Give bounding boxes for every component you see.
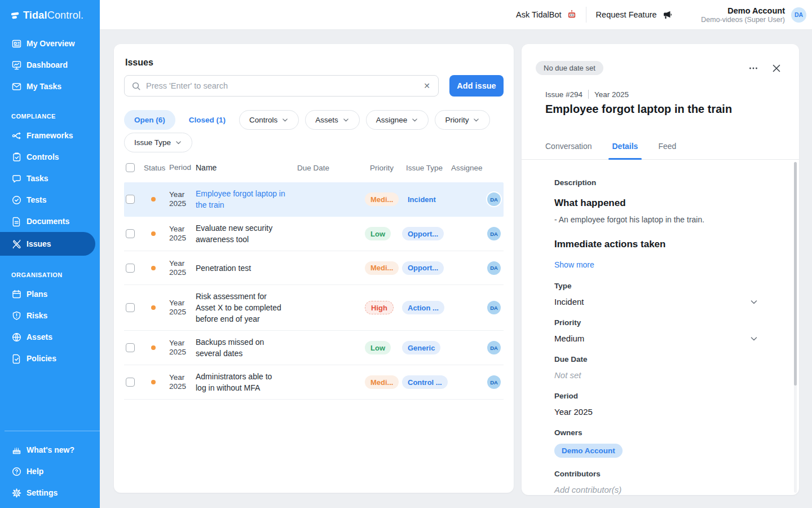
assignee-avatar[interactable]: DA: [487, 227, 501, 240]
row-period: Year 2025: [169, 299, 196, 317]
add-issue-button[interactable]: Add issue: [449, 75, 504, 97]
filter-open-6[interactable]: Open (6): [124, 110, 175, 130]
sidebar-item-frameworks[interactable]: Frameworks: [0, 125, 100, 146]
assignee-avatar[interactable]: DA: [487, 301, 501, 314]
due-date-badge: No due date set: [536, 61, 603, 75]
filter-assignee[interactable]: Assignee: [366, 110, 429, 130]
filter-closed-1[interactable]: Closed (1): [182, 110, 233, 130]
row-name[interactable]: Risk assessment for Asset X to be comple…: [196, 291, 297, 325]
row-name[interactable]: Administrators able to log in without MF…: [196, 371, 297, 393]
sidebar-item-label: Documents: [27, 217, 69, 226]
account-menu[interactable]: Demo Account Demo-videos (Super User) DA: [701, 6, 806, 24]
chat-icon: [11, 173, 22, 184]
field-value-row[interactable]: Medium: [554, 334, 758, 343]
row-checkbox[interactable]: [126, 378, 135, 387]
tab-conversation[interactable]: Conversation: [545, 142, 592, 159]
search-input[interactable]: [146, 81, 417, 90]
sidebar-item-controls[interactable]: Controls: [0, 146, 100, 168]
filter-label: Priority: [445, 116, 469, 124]
calendar-icon: [11, 289, 22, 300]
issue-row[interactable]: Year 2025Employee forgot laptop in the t…: [124, 182, 504, 217]
select-all-checkbox[interactable]: [126, 163, 135, 172]
row-name[interactable]: Evaluate new security awareness tool: [196, 222, 297, 245]
issue-title: Employee forgot laptop in the train: [522, 99, 799, 116]
more-options-icon[interactable]: [748, 63, 758, 73]
assignee-avatar[interactable]: DA: [487, 375, 501, 389]
chevron-down-icon: [411, 116, 418, 124]
request-feature-button[interactable]: Request Feature: [596, 10, 673, 20]
issue-row[interactable]: Year 2025Risk assessment for Asset X to …: [124, 285, 504, 331]
column-header-priority: Priority: [365, 164, 402, 172]
chevron-down-icon: [175, 139, 182, 146]
issue-type-badge: Control ...: [402, 375, 448, 389]
field-label: Period: [554, 392, 758, 400]
show-more-link[interactable]: Show more: [554, 260, 594, 269]
sidebar-item-tests[interactable]: Tests: [0, 189, 100, 211]
filter-controls[interactable]: Controls: [239, 110, 299, 130]
sidebar-item-label: Tests: [27, 195, 47, 204]
filter-assets[interactable]: Assets: [305, 110, 360, 130]
sidebar-divider: [5, 431, 100, 431]
row-name[interactable]: Employee forgot laptop in the train: [196, 188, 297, 211]
chevron-down-icon: [473, 116, 480, 124]
sidebar-item-help[interactable]: Help: [0, 461, 100, 482]
row-checkbox[interactable]: [126, 343, 135, 352]
description-heading: Immediate actions taken: [554, 239, 758, 250]
help-icon: [11, 466, 22, 477]
row-checkbox[interactable]: [126, 264, 135, 273]
priority-badge: Medi...: [365, 261, 399, 275]
sidebar-item-documents[interactable]: Documents: [0, 211, 100, 232]
robot-icon: [567, 10, 577, 20]
sidebar-item-label: Help: [27, 467, 43, 476]
issues-search: ✕: [124, 75, 439, 97]
sidebar-item-dashboard[interactable]: Dashboard: [0, 54, 100, 76]
filter-issue-type[interactable]: Issue Type: [124, 133, 192, 152]
account-avatar[interactable]: DA: [791, 7, 806, 23]
sidebar-section-title: ORGANISATION: [0, 256, 100, 283]
filter-label: Controls: [249, 116, 277, 124]
close-icon[interactable]: [772, 64, 781, 73]
sidebar-item-my-overview[interactable]: My Overview: [0, 33, 100, 54]
row-checkbox[interactable]: [126, 229, 135, 238]
sidebar-item-label: My Tasks: [27, 82, 61, 91]
filter-priority[interactable]: Priority: [435, 110, 490, 130]
field-value-row[interactable]: Incident: [554, 297, 758, 306]
sidebar-item-assets[interactable]: Assets: [0, 326, 100, 348]
row-name[interactable]: Backups missed on several dates: [196, 336, 297, 359]
assignee-avatar[interactable]: DA: [487, 261, 501, 275]
badge-check-icon: [11, 195, 22, 205]
sidebar-item-issues[interactable]: Issues: [0, 232, 95, 256]
sidebar-item-policies[interactable]: Policies: [0, 348, 100, 369]
tab-details[interactable]: Details: [612, 142, 638, 159]
issue-row[interactable]: Year 2025Evaluate new security awareness…: [124, 217, 504, 251]
ask-tidalbot-button[interactable]: Ask TidalBot: [516, 10, 577, 20]
row-name[interactable]: Penetration test: [196, 262, 297, 274]
sidebar-item-settings[interactable]: Settings: [0, 482, 100, 503]
sidebar-item-plans[interactable]: Plans: [0, 283, 100, 305]
sidebar-item-label: Dashboard: [27, 60, 68, 69]
sidebar-item-risks[interactable]: Risks: [0, 305, 100, 326]
brand-logo[interactable]: TidalControl.: [0, 0, 100, 25]
topbar: Ask TidalBot Request Feature Demo Accoun…: [100, 0, 812, 30]
owner-pill[interactable]: Demo Account: [554, 444, 623, 458]
field-value-row: Year 2025: [554, 407, 758, 417]
description-body: - An employee forgot his laptop in the t…: [554, 215, 758, 224]
row-checkbox[interactable]: [126, 195, 135, 204]
sidebar-item-my-tasks[interactable]: My Tasks: [0, 76, 100, 97]
sidebar-item-tasks[interactable]: Tasks: [0, 168, 100, 189]
row-checkbox[interactable]: [126, 303, 135, 312]
issue-row[interactable]: Year 2025Backups missed on several dates…: [124, 331, 504, 365]
frameworks-icon: [11, 130, 22, 141]
scrollbar-thumb[interactable]: [794, 162, 797, 386]
sidebar-item-what-s-new[interactable]: What's new?: [0, 439, 100, 461]
field-value: Not set: [554, 370, 581, 380]
issue-row[interactable]: Year 2025Administrators able to log in w…: [124, 365, 504, 400]
assignee-avatar[interactable]: DA: [487, 341, 501, 354]
dashboard-icon: [11, 60, 22, 71]
tab-feed[interactable]: Feed: [658, 142, 676, 159]
assignee-avatar[interactable]: DA: [487, 192, 501, 206]
clear-search-icon[interactable]: ✕: [422, 81, 431, 90]
issue-row[interactable]: Year 2025Penetration testMedi...Opport..…: [124, 251, 504, 285]
sidebar-section-title: COMPLIANCE: [0, 97, 100, 125]
priority-badge: Medi...: [365, 192, 399, 206]
